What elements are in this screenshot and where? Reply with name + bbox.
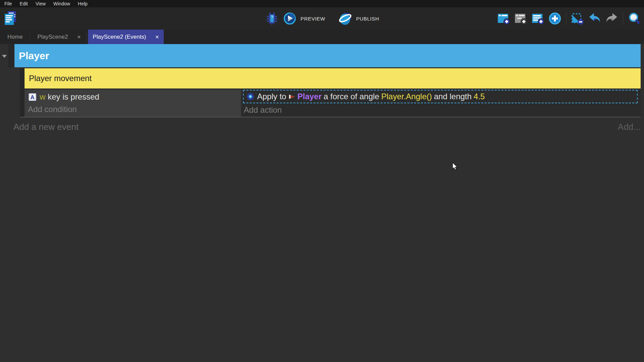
play-circle-icon — [283, 12, 296, 25]
tab-divider — [86, 32, 87, 41]
tab-bar: Home PlayScene2 ✕ PlayScene2 (Events) ✕ — [0, 30, 644, 44]
gdevelop-pages-icon — [3, 10, 17, 26]
toolbar-right-group — [496, 7, 641, 30]
event-conditions-cell[interactable]: A w key is pressed Add condition — [25, 90, 241, 117]
deselect-all-button[interactable] — [570, 11, 585, 26]
tab-playscene2[interactable]: PlayScene2 ✕ — [30, 30, 86, 44]
event-indent-rail — [20, 68, 25, 117]
tab-home[interactable]: Home — [0, 30, 30, 44]
tab-home-label: Home — [7, 34, 23, 40]
comment-text: Player movement — [29, 74, 92, 83]
toolbar-separator — [566, 12, 566, 25]
action-mid2-text: and length — [434, 92, 472, 101]
preview-button[interactable] — [283, 11, 297, 26]
action-prefix: Apply to — [257, 92, 286, 101]
group-collapse-arrow-icon[interactable] — [2, 55, 7, 58]
menu-bar: File Edit View Window Help — [0, 0, 644, 7]
circle-plus-icon — [548, 12, 562, 25]
add-sub-event-icon — [514, 12, 527, 25]
menu-file[interactable]: File — [3, 1, 13, 6]
keyboard-key-icon: A — [28, 93, 37, 102]
comment-row[interactable]: Player movement — [25, 68, 641, 88]
undo-button[interactable] — [588, 11, 602, 26]
player-object-icon — [288, 94, 295, 100]
toolbar-separator — [623, 12, 623, 25]
event-group-header[interactable]: Player — [14, 44, 641, 67]
publish-button[interactable] — [338, 11, 353, 26]
tab-playscene2-events-label: PlayScene2 (Events) — [93, 34, 146, 40]
mouse-cursor — [452, 162, 458, 173]
toolbar: PREVIEW PUBLISH — [0, 7, 644, 30]
action-text: Apply to Player a force of angle Player.… — [257, 92, 485, 101]
menu-window[interactable]: Window — [52, 1, 71, 6]
event-row-divider — [20, 117, 641, 117]
tab-close-icon[interactable]: ✕ — [155, 34, 159, 40]
condition-row[interactable]: A w key is pressed — [28, 92, 241, 102]
selected-action-row[interactable]: Apply to Player a force of angle Player.… — [243, 90, 638, 103]
redo-arrow-icon — [605, 12, 619, 25]
events-sheet: Player Player movement A w key is presse… — [0, 44, 644, 362]
tab-close-icon[interactable]: ✕ — [77, 34, 81, 40]
publish-label[interactable]: PUBLISH — [356, 16, 379, 22]
preview-label[interactable]: PREVIEW — [300, 16, 325, 22]
menu-view[interactable]: View — [35, 1, 47, 6]
event-actions-cell[interactable]: Apply to Player a force of angle Player.… — [241, 90, 641, 117]
debug-button[interactable] — [265, 11, 279, 26]
add-action-button[interactable]: Add action — [244, 105, 641, 115]
force-action-icon — [246, 93, 254, 101]
group-indent-rail — [8, 44, 14, 67]
action-object-name: Player — [297, 92, 322, 101]
action-value: 4.5 — [474, 92, 485, 101]
menu-edit[interactable]: Edit — [19, 1, 29, 6]
action-expression: Player.Angle() — [381, 92, 432, 101]
project-manager-button[interactable] — [3, 10, 17, 27]
add-new-event-button[interactable]: Add a new event — [13, 122, 79, 132]
add-event-button[interactable] — [496, 11, 511, 26]
action-mid-text: a force of angle — [324, 92, 379, 101]
choose-add-event-button[interactable] — [548, 11, 562, 26]
toolbar-center-group: PREVIEW PUBLISH — [265, 7, 379, 30]
menu-help[interactable]: Help — [77, 1, 89, 6]
debug-bug-icon — [265, 11, 279, 26]
add-event-icon — [497, 12, 510, 25]
publish-globe-icon — [338, 11, 353, 26]
deselect-icon — [571, 12, 584, 25]
group-title: Player — [19, 50, 49, 62]
tab-playscene2-label: PlayScene2 — [37, 34, 68, 40]
svg-text:A: A — [30, 94, 34, 100]
add-comment-button[interactable] — [531, 11, 545, 26]
add-more-button[interactable]: Add... — [618, 122, 641, 132]
search-icon — [628, 12, 641, 25]
redo-button[interactable] — [605, 11, 619, 26]
add-sub-event-button[interactable] — [514, 11, 528, 26]
add-comment-icon — [531, 12, 545, 25]
add-condition-button[interactable]: Add condition — [28, 105, 241, 114]
search-button[interactable] — [627, 11, 641, 26]
condition-key-name: w — [40, 92, 45, 101]
condition-text: w key is pressed — [40, 92, 99, 102]
condition-text-rest: key is pressed — [45, 92, 99, 101]
tab-playscene2-events[interactable]: PlayScene2 (Events) ✕ — [88, 30, 164, 44]
undo-arrow-icon — [588, 12, 602, 25]
